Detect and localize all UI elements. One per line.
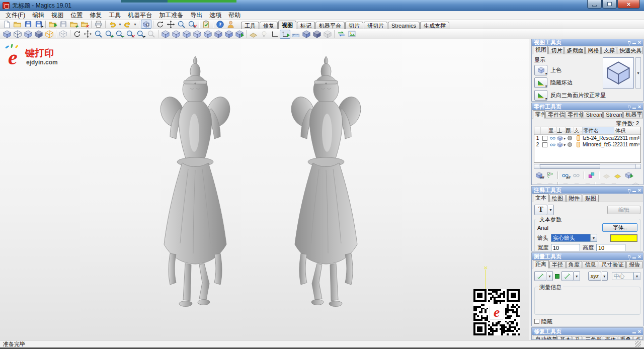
- save-part-icon[interactable]: [58, 20, 68, 29]
- menu-fix[interactable]: 修复: [86, 11, 105, 19]
- annotation-tab-draw[interactable]: 绘图: [549, 195, 566, 202]
- open-file-icon[interactable]: [12, 20, 23, 29]
- measure-cube-icon[interactable]: [301, 30, 311, 39]
- view-back-icon[interactable]: [171, 30, 181, 39]
- view-tab-slices[interactable]: 切片: [548, 47, 564, 54]
- assistant-icon[interactable]: [225, 20, 236, 29]
- zoom-in-icon[interactable]: [104, 30, 114, 39]
- close-button[interactable]: [617, 0, 640, 9]
- ghost-cube-icon[interactable]: [322, 30, 333, 39]
- view-top-icon[interactable]: [202, 30, 213, 39]
- pin-icon[interactable]: [628, 41, 630, 44]
- view-front-icon[interactable]: [160, 30, 171, 39]
- undo-icon[interactable]: [107, 20, 118, 29]
- color-parts-icon[interactable]: [586, 170, 597, 180]
- part-row-2[interactable]: 2 Mirrored_fz5-2 22311 mm³ 0: [534, 141, 640, 148]
- parts-tab-parts[interactable]: 零件: [533, 110, 545, 119]
- shade-button[interactable]: [534, 65, 547, 75]
- hide-bad-edges-button[interactable]: [534, 77, 547, 88]
- pin-icon[interactable]: [628, 189, 630, 192]
- panel-close-icon[interactable]: [638, 187, 641, 193]
- viewport-3d[interactable]: e 键打印 ejdyin.com: [0, 39, 529, 340]
- remove-part-icon[interactable]: [79, 20, 90, 29]
- measure-target-button[interactable]: [561, 271, 574, 281]
- inverted-triangles-button[interactable]: [534, 90, 547, 101]
- build-plate-icon[interactable]: [612, 170, 623, 180]
- bounding-box-icon[interactable]: [44, 30, 54, 39]
- scroll-left-arrow[interactable]: [534, 164, 539, 168]
- menu-options[interactable]: 选项: [206, 11, 225, 19]
- measure-tab-distance[interactable]: 距离: [533, 260, 549, 269]
- parts-horizontal-scrollbar[interactable]: [534, 164, 641, 169]
- menu-view[interactable]: 视图: [48, 11, 67, 19]
- merge-list-icon[interactable]: [571, 181, 582, 185]
- tab-support-generation[interactable]: 生成支撑: [420, 22, 449, 29]
- shadow-cube-icon[interactable]: [311, 30, 322, 39]
- panel-close-icon[interactable]: [638, 104, 641, 110]
- measure-point-dropdown[interactable]: [547, 271, 553, 281]
- tab-streamics[interactable]: Streamics: [388, 22, 420, 29]
- scroll-right-arrow[interactable]: [635, 164, 640, 168]
- section-cube-icon[interactable]: [58, 30, 68, 39]
- undo-dropdown-icon[interactable]: [118, 20, 122, 29]
- triangle-view-icon[interactable]: [33, 30, 44, 39]
- menu-file[interactable]: 文件(F): [2, 11, 29, 19]
- panel-minimize-icon[interactable]: [632, 257, 636, 258]
- view-iso-arrow-icon[interactable]: [234, 30, 245, 39]
- color-swatch-button[interactable]: [610, 234, 637, 242]
- measure-tab-dimension-check[interactable]: 尺寸验证: [599, 261, 626, 268]
- show-all-parts-icon[interactable]: [560, 170, 571, 180]
- screenshot-icon[interactable]: [347, 30, 357, 39]
- rotate-icon[interactable]: [72, 30, 83, 39]
- view-tab-grid[interactable]: 网格: [585, 47, 600, 54]
- menu-machine-platform[interactable]: 机器平台: [124, 11, 155, 19]
- menu-tools[interactable]: 工具: [105, 11, 124, 19]
- annotation-tab-texture[interactable]: 贴图: [583, 195, 599, 202]
- zoom-selection-icon[interactable]: [135, 30, 146, 39]
- redo-icon[interactable]: [122, 20, 133, 29]
- import-part-icon[interactable]: [47, 20, 58, 29]
- ruler-icon[interactable]: [290, 30, 301, 39]
- pin-icon[interactable]: [628, 106, 630, 108]
- platform-view-icon[interactable]: [248, 30, 259, 39]
- pin-icon[interactable]: [628, 255, 630, 258]
- outdent-list-icon[interactable]: [608, 181, 619, 185]
- indent-list-icon[interactable]: [597, 181, 608, 185]
- coordinate-mode-button[interactable]: xyz: [588, 272, 601, 281]
- measure-tab-info[interactable]: 信息: [583, 261, 599, 268]
- anchor-select[interactable]: 中心: [612, 272, 640, 280]
- tab-view[interactable]: 视图: [278, 21, 296, 29]
- orientation-cube-preview[interactable]: [603, 57, 634, 89]
- unzoom-icon[interactable]: [187, 20, 197, 29]
- text-annotation-button[interactable]: [534, 205, 547, 215]
- panel-close-icon[interactable]: [638, 253, 641, 259]
- fix-tab-shells[interactable]: 壳体: [603, 336, 617, 340]
- parts-tab-fix[interactable]: 零件修..: [566, 111, 583, 118]
- wireframe-view-icon[interactable]: [12, 30, 23, 39]
- duplicate-list-icon[interactable]: [560, 181, 571, 185]
- resize-grip[interactable]: [635, 341, 641, 347]
- invert-selection-icon[interactable]: [545, 170, 555, 180]
- zoom-icon-2[interactable]: [93, 30, 104, 39]
- minimize-button[interactable]: [587, 0, 602, 9]
- parts-tab-streamics-2[interactable]: Streami..: [603, 111, 622, 118]
- tab-grind-slices[interactable]: 研切片: [364, 22, 387, 29]
- text-annotation-dropdown[interactable]: [548, 205, 554, 215]
- parts-table-header[interactable]: 显.. 上.. 颜.. 支.. 零件名 体积 数: [534, 127, 640, 135]
- measure-tab-angle[interactable]: 角度: [566, 261, 582, 268]
- remove-list-icon[interactable]: [545, 181, 555, 185]
- axes-icon[interactable]: [269, 30, 280, 39]
- measure-tab-report[interactable]: 报告: [626, 261, 642, 268]
- redo-dropdown-icon[interactable]: [133, 20, 137, 29]
- part-2-checkbox[interactable]: [542, 142, 547, 147]
- coordinate-mode-dropdown[interactable]: [602, 272, 608, 281]
- rotate-view-icon[interactable]: [155, 20, 166, 29]
- maximize-button[interactable]: [602, 0, 617, 9]
- fix-tab-holes[interactable]: 孔: [573, 336, 582, 340]
- platform-part-icon[interactable]: [601, 170, 612, 180]
- shaded-wireframe-view-icon[interactable]: [23, 30, 33, 39]
- light-icon[interactable]: [259, 30, 269, 39]
- measure-target-dropdown[interactable]: [574, 271, 580, 281]
- part-row-1[interactable]: 1 fz5-24_Rescal 22311 mm³ 0: [534, 135, 640, 141]
- view-tab-view[interactable]: 视图: [533, 46, 548, 54]
